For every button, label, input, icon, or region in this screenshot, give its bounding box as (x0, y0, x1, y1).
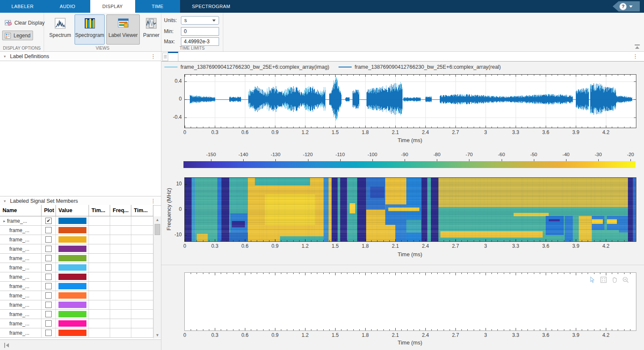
waveform-canvas[interactable] (185, 75, 636, 128)
member-name-cell[interactable]: frame_... (0, 226, 42, 235)
max-input[interactable] (181, 37, 219, 46)
units-dropdown[interactable]: s (181, 16, 219, 25)
fit-view-icon[interactable] (600, 276, 607, 283)
collapse-panel-icon[interactable] (3, 342, 11, 349)
panner-tick (317, 273, 317, 274)
tab-list-icon[interactable]: ☰ (162, 53, 168, 61)
panel-menu-icon[interactable]: ⋮ (150, 53, 156, 59)
members-scrollbar[interactable]: ▲ ▼ (153, 216, 161, 339)
clear-display-button[interactable]: Clear Display (2, 18, 47, 28)
column-header-value[interactable]: Value (56, 205, 89, 216)
freq-cell (110, 328, 131, 337)
plot-checkbox[interactable] (45, 311, 52, 317)
figure-tabstrip: ☰ ⋮ (161, 52, 644, 62)
table-row[interactable]: frame_... (0, 235, 153, 244)
time-cell-1 (89, 319, 110, 328)
collapse-ribbon-button[interactable] (634, 44, 641, 49)
member-name-cell[interactable]: frame_... (0, 328, 42, 337)
panner-tick (341, 273, 341, 274)
collapse-arrow-icon[interactable]: ▾ (4, 54, 6, 59)
table-row[interactable]: frame_... (0, 226, 153, 235)
plot-checkbox[interactable] (45, 236, 52, 243)
members-header[interactable]: ▾ Labeled Signal Set Members ⋮ (0, 196, 161, 206)
plot-checkbox[interactable] (45, 255, 52, 261)
table-row[interactable]: frame_... (0, 328, 153, 338)
spectrogram-button[interactable]: Spectrogram (75, 14, 105, 45)
plot-checkbox[interactable] (45, 292, 52, 299)
spectrogram-canvas[interactable] (185, 178, 636, 241)
panner-tick (588, 329, 588, 330)
label-definitions-header[interactable]: ▾ Label Definitions ⋮ (0, 52, 161, 61)
zoom-in-icon[interactable] (622, 276, 629, 283)
table-row[interactable]: frame_... (0, 319, 153, 328)
min-input[interactable] (181, 27, 219, 36)
pointer-icon[interactable] (589, 276, 596, 283)
clear-display-label: Clear Display (14, 20, 44, 26)
view-button-label: Label Viewer (108, 32, 138, 38)
table-row[interactable]: frame_... (0, 291, 153, 300)
plot-checkbox[interactable] (45, 330, 52, 336)
column-header-name[interactable]: Name (0, 205, 42, 216)
collapse-arrow-icon[interactable]: ▾ (4, 199, 6, 203)
pan-icon[interactable] (611, 276, 618, 283)
active-figure-tab[interactable] (168, 52, 178, 61)
scroll-down-icon[interactable]: ▼ (154, 332, 161, 338)
member-name-cell[interactable]: ▸frame_... (0, 216, 42, 225)
panner-button[interactable]: Panner (142, 14, 161, 45)
expand-arrow-icon[interactable]: ▸ (3, 219, 6, 223)
member-name-cell[interactable]: frame_... (0, 263, 42, 272)
member-name-cell[interactable]: frame_... (0, 244, 42, 253)
column-header-tim[interactable]: Tim... (89, 205, 110, 216)
label-viewer-button[interactable]: Label Viewer (106, 14, 140, 45)
tab-time[interactable]: TIME (135, 0, 180, 13)
tab-audio[interactable]: AUDIO (45, 0, 90, 13)
plot-checkbox[interactable] (45, 274, 52, 280)
member-name-cell[interactable]: frame_... (0, 291, 42, 300)
figure-menu-icon[interactable]: ⋮ (633, 53, 638, 59)
section-label-views: VIEWS (44, 46, 161, 50)
plot-checkbox[interactable] (45, 246, 52, 252)
panel-menu-icon[interactable]: ⋮ (150, 198, 156, 204)
column-header-tim[interactable]: Tim... (131, 205, 153, 216)
member-name-cell[interactable]: frame_... (0, 254, 42, 263)
member-name-cell[interactable]: frame_... (0, 282, 42, 291)
member-name-cell[interactable]: frame_... (0, 272, 42, 281)
table-row[interactable]: ▸frame_...✔ (0, 216, 153, 226)
table-row[interactable]: frame_... (0, 244, 153, 254)
plot-checkbox[interactable] (45, 283, 52, 289)
member-name-cell[interactable]: frame_... (0, 300, 42, 309)
plot-checkbox[interactable] (45, 320, 52, 327)
member-name-cell[interactable]: frame_... (0, 319, 42, 328)
plot-checkbox[interactable] (45, 302, 52, 308)
member-name-cell[interactable]: frame_... (0, 235, 42, 244)
scroll-up-icon[interactable]: ▲ (154, 217, 161, 223)
table-row[interactable]: frame_... (0, 310, 153, 319)
legend-label-imag: frame_138769090412766230_bw_25E+6:comple… (180, 64, 329, 70)
tab-spectrogram[interactable]: SPECTROGRAM (180, 0, 242, 13)
panner-tick (353, 273, 354, 274)
plot-checkbox[interactable] (45, 227, 52, 233)
table-row[interactable]: frame_... (0, 263, 153, 272)
panner-tick (365, 273, 366, 275)
waveform-axes[interactable] (184, 74, 636, 128)
column-header-plot[interactable]: Plot (42, 205, 56, 216)
table-row[interactable]: frame_... (0, 300, 153, 310)
scrollbar-thumb[interactable] (155, 224, 160, 235)
plot-checkbox[interactable] (45, 264, 52, 271)
help-icon: ? (620, 3, 626, 10)
panner-axes[interactable] (184, 272, 636, 331)
plot-checkbox[interactable]: ✔ (45, 218, 52, 224)
table-row[interactable]: frame_... (0, 254, 153, 263)
spectrum-button[interactable]: Spectrum (47, 14, 73, 45)
help-button[interactable]: ? (613, 1, 640, 11)
panner-tick (359, 329, 360, 330)
tab-labeler[interactable]: LABELER (0, 0, 45, 13)
table-row[interactable]: frame_... (0, 282, 153, 291)
table-row[interactable]: frame_... (0, 272, 153, 282)
spectrogram-axes[interactable] (184, 177, 636, 242)
member-name-cell[interactable]: frame_... (0, 310, 42, 319)
column-header-freq[interactable]: Freq... (110, 205, 131, 216)
tab-display[interactable]: DISPLAY (90, 0, 135, 13)
legend-toggle-button[interactable]: Legend (2, 31, 33, 40)
panner-tick (546, 273, 546, 275)
